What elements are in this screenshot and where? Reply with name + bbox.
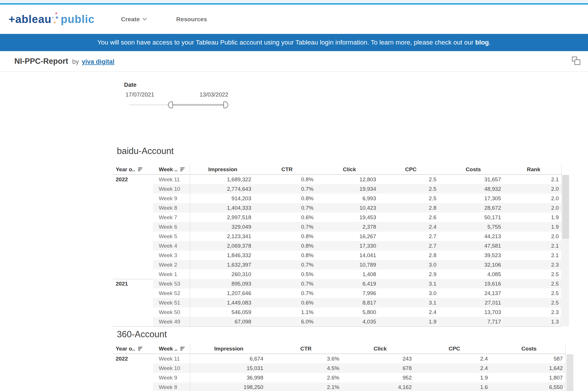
value-cell[interactable]: 13,703 <box>441 307 506 317</box>
value-cell[interactable]: 2.1% <box>268 382 344 391</box>
value-cell[interactable]: 36,998 <box>190 373 268 382</box>
week-cell[interactable]: Week 10 <box>153 184 190 194</box>
360-table-scrollbar[interactable] <box>566 354 573 391</box>
week-cell[interactable]: Week 7 <box>153 213 190 222</box>
value-cell[interactable]: 6,674 <box>190 354 268 363</box>
column-header-costs[interactable]: Costs <box>441 164 506 174</box>
week-cell[interactable]: Week 8 <box>153 203 190 213</box>
value-cell[interactable]: 1.3 <box>506 317 562 326</box>
week-cell[interactable]: Week 9 <box>153 194 190 203</box>
year-cell[interactable] <box>113 269 153 279</box>
value-cell[interactable]: 587 <box>492 354 566 363</box>
column-header-rank[interactable]: Rank <box>506 164 562 174</box>
value-cell[interactable]: 2.5 <box>506 269 562 279</box>
year-cell[interactable] <box>113 203 153 213</box>
value-cell[interactable]: 2.6 <box>381 213 441 222</box>
value-cell[interactable]: 2.0 <box>506 232 562 241</box>
week-cell[interactable]: Week 3 <box>153 251 190 260</box>
week-cell[interactable]: Week 5 <box>153 232 190 241</box>
value-cell[interactable]: 1.6 <box>416 382 492 391</box>
value-cell[interactable]: 0.7% <box>256 279 318 288</box>
week-cell[interactable]: Week 52 <box>153 288 190 298</box>
value-cell[interactable]: 2.4 <box>416 363 492 373</box>
sort-descending-icon[interactable] <box>180 167 185 171</box>
value-cell[interactable]: 2.0 <box>506 184 562 194</box>
value-cell[interactable]: 24,137 <box>441 288 506 298</box>
tableau-public-logo[interactable]: +ableau + + + + public <box>9 11 94 28</box>
value-cell[interactable]: 1,642 <box>492 363 566 373</box>
value-cell[interactable]: 19,934 <box>318 184 381 194</box>
value-cell[interactable]: 47,581 <box>441 241 506 251</box>
value-cell[interactable]: 2.5 <box>506 298 562 307</box>
column-header-week[interactable]: Week .. <box>153 164 190 174</box>
slider-selected-range[interactable] <box>170 104 226 106</box>
year-cell[interactable] <box>113 373 153 382</box>
value-cell[interactable]: 17,330 <box>318 241 381 251</box>
value-cell[interactable]: 1,807 <box>492 373 566 382</box>
year-cell[interactable] <box>113 241 153 251</box>
column-header-cpc[interactable]: CPC <box>381 164 441 174</box>
value-cell[interactable]: 1,846,332 <box>190 251 256 260</box>
value-cell[interactable]: 39,523 <box>441 251 506 260</box>
column-header-ctr[interactable]: CTR <box>256 164 318 174</box>
column-header-impression[interactable]: Impression <box>190 344 268 354</box>
value-cell[interactable]: 329,049 <box>190 222 256 232</box>
value-cell[interactable]: 6,550 <box>492 382 566 391</box>
value-cell[interactable]: 7,996 <box>318 288 381 298</box>
year-cell[interactable] <box>113 194 153 203</box>
value-cell[interactable]: 2.5 <box>506 288 562 298</box>
value-cell[interactable]: 0.7% <box>256 260 318 269</box>
value-cell[interactable]: 0.6% <box>256 213 318 222</box>
baidu-table-scrollbar[interactable] <box>562 175 569 326</box>
value-cell[interactable]: 7,717 <box>441 317 506 326</box>
banner-blog-link[interactable]: blog <box>475 39 489 46</box>
value-cell[interactable]: 1,449,083 <box>190 298 256 307</box>
sort-descending-icon[interactable] <box>138 347 142 350</box>
value-cell[interactable]: 1,408 <box>318 269 381 279</box>
year-cell[interactable] <box>113 317 153 326</box>
year-cell[interactable] <box>113 222 153 232</box>
week-cell[interactable]: Week 8 <box>153 382 190 391</box>
value-cell[interactable]: 2.7 <box>381 232 441 241</box>
scrollbar-thumb[interactable] <box>566 354 573 391</box>
value-cell[interactable]: 19,616 <box>441 279 506 288</box>
value-cell[interactable]: 6,993 <box>318 194 381 203</box>
value-cell[interactable]: 12,803 <box>318 175 381 184</box>
share-icon[interactable] <box>572 57 581 66</box>
column-header-ctr[interactable]: CTR <box>268 344 344 354</box>
year-cell[interactable] <box>113 184 153 194</box>
column-header-week[interactable]: Week .. <box>153 344 190 354</box>
year-cell[interactable]: 2022 <box>113 175 153 184</box>
year-cell[interactable] <box>113 382 153 391</box>
value-cell[interactable]: 2.7 <box>381 241 441 251</box>
column-header-year-o[interactable]: Year o.. <box>113 164 153 174</box>
value-cell[interactable]: 2.5 <box>381 194 441 203</box>
value-cell[interactable]: 0.7% <box>256 222 318 232</box>
value-cell[interactable]: 0.8% <box>256 232 318 241</box>
value-cell[interactable]: 5,800 <box>318 307 381 317</box>
value-cell[interactable]: 31,657 <box>441 175 506 184</box>
value-cell[interactable]: 2.4 <box>381 307 441 317</box>
year-cell[interactable] <box>113 232 153 241</box>
week-cell[interactable]: Week 10 <box>153 363 190 373</box>
value-cell[interactable]: 2.0 <box>506 203 562 213</box>
value-cell[interactable]: 0.7% <box>256 203 318 213</box>
week-cell[interactable]: Week 11 <box>153 354 190 363</box>
value-cell[interactable]: 2.0 <box>506 194 562 203</box>
value-cell[interactable]: 1.9 <box>381 317 441 326</box>
year-cell[interactable] <box>113 363 153 373</box>
column-header-costs[interactable]: Costs <box>492 344 566 354</box>
value-cell[interactable]: 2,378 <box>318 222 381 232</box>
week-cell[interactable]: Week 50 <box>153 307 190 317</box>
slider-handle-end[interactable] <box>223 101 228 108</box>
column-header-click[interactable]: Click <box>318 164 381 174</box>
value-cell[interactable]: 3.6% <box>268 354 344 363</box>
value-cell[interactable]: 2.8 <box>381 203 441 213</box>
value-cell[interactable]: 10,423 <box>318 203 381 213</box>
value-cell[interactable]: 1.9 <box>506 222 562 232</box>
year-cell[interactable] <box>113 307 153 317</box>
value-cell[interactable]: 4,085 <box>441 269 506 279</box>
year-cell[interactable]: 2021 <box>113 279 153 288</box>
column-header-impression[interactable]: Impression <box>190 164 256 174</box>
value-cell[interactable]: 243 <box>344 354 416 363</box>
